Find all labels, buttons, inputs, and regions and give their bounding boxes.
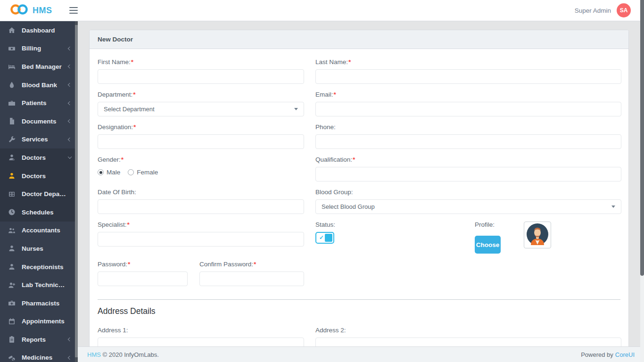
sidebar-scrollbar-thumb[interactable] — [75, 25, 78, 357]
infinity-logo-icon — [9, 3, 29, 17]
choose-file-button[interactable]: Choose — [475, 236, 501, 254]
section-divider — [98, 299, 620, 300]
last-name-label: Last Name:* — [315, 58, 621, 66]
card-header: New Doctor — [90, 30, 628, 49]
specialist-input[interactable] — [98, 232, 304, 247]
first-name-input[interactable] — [98, 69, 304, 84]
sidebar-item-patients[interactable]: Patients — [0, 94, 78, 112]
footer-coreui-link[interactable]: CoreUI — [615, 351, 635, 358]
bed-icon — [8, 63, 16, 70]
file-icon — [8, 117, 16, 125]
sidebar-item-documents[interactable]: Documents — [0, 112, 78, 131]
chevron-left-icon — [68, 138, 72, 141]
password-input[interactable] — [98, 272, 188, 286]
chevron-left-icon — [68, 83, 72, 87]
phone-input[interactable] — [315, 134, 621, 149]
page-scrollbar[interactable] — [640, 0, 644, 362]
check-icon: ✓ — [319, 234, 324, 241]
sidebar-item-accountants[interactable]: Accountants — [0, 222, 78, 240]
briefcase-plus-icon — [8, 299, 16, 307]
chevron-left-icon — [68, 356, 72, 360]
main-content: New Doctor First Name:* Last Name:* Depa… — [78, 21, 644, 362]
email-input[interactable] — [315, 102, 621, 116]
sidebar-item-receptionists[interactable]: Receptionists — [0, 258, 78, 276]
doctor-group-icon — [8, 154, 16, 161]
brand-text: HMS — [33, 6, 52, 16]
pill-icon — [8, 354, 16, 362]
profile-label: Profile: — [475, 221, 524, 228]
user-avatar[interactable]: SA — [617, 3, 631, 17]
banknote-icon — [8, 45, 16, 52]
last-name-input[interactable] — [315, 69, 621, 84]
chevron-left-icon — [68, 101, 72, 105]
confirm-password-input[interactable] — [199, 272, 304, 286]
chevron-down-icon — [68, 155, 72, 159]
new-doctor-card: New Doctor First Name:* Last Name:* Depa… — [89, 30, 629, 362]
sidebar-item-blood-bank[interactable]: Blood Bank — [0, 76, 78, 94]
grid-icon — [8, 190, 16, 198]
page-scrollbar-thumb[interactable] — [640, 0, 644, 276]
sidebar-scrollbar[interactable] — [75, 21, 78, 362]
sidebar-item-billing[interactable]: Billing — [0, 40, 78, 58]
sidebar-item-dashboard[interactable]: Dashboard — [0, 21, 78, 40]
briefcase-icon — [8, 99, 16, 107]
phone-label: Phone: — [315, 123, 621, 131]
top-header: HMS Super Admin SA — [0, 0, 644, 21]
password-label: Password:* — [98, 261, 188, 268]
card-title: New Doctor — [98, 36, 133, 43]
brand-logo[interactable]: HMS — [9, 3, 52, 17]
specialist-label: Specialist:* — [98, 221, 304, 228]
sidebar-item-lab-technicians[interactable]: Lab Technicians — [0, 276, 78, 294]
gender-label: Gender:* — [98, 156, 304, 163]
calendar-icon — [8, 318, 16, 325]
gender-female-radio[interactable]: Female — [128, 169, 158, 176]
home-icon — [8, 26, 16, 34]
confirm-password-label: Confirm Password:* — [199, 261, 304, 268]
gender-male-radio[interactable]: Male — [98, 169, 120, 176]
address2-label: Address 2: — [315, 327, 621, 334]
first-name-label: First Name:* — [98, 58, 304, 66]
designation-input[interactable] — [98, 134, 304, 149]
blood-drop-icon — [8, 81, 16, 89]
doctor-icon-active — [8, 172, 16, 180]
profile-preview — [524, 222, 551, 248]
dob-input[interactable] — [98, 199, 304, 214]
sidebar-item-reports[interactable]: Reports — [0, 330, 78, 349]
sidebar-item-appointments[interactable]: Appointments — [0, 313, 78, 331]
sidebar-group-doctors[interactable]: Doctors — [0, 148, 78, 167]
sidebar-item-medicines[interactable]: Medicines — [0, 349, 78, 362]
chevron-left-icon — [68, 119, 72, 123]
footer-powered-by: Powered by — [581, 351, 613, 358]
chevron-left-icon — [68, 65, 72, 68]
dob-label: Date Of Birth: — [98, 189, 304, 196]
address1-label: Address 1: — [98, 327, 304, 334]
chevron-left-icon — [68, 337, 72, 341]
blood-group-select[interactable]: Select Blood Group — [315, 199, 621, 214]
chevron-left-icon — [68, 47, 72, 50]
sidebar-item-doctor-departments[interactable]: Doctor Departments — [0, 185, 78, 203]
footer-brand-link[interactable]: HMS — [87, 351, 101, 358]
department-select[interactable]: Select Department — [98, 102, 304, 116]
sidebar-item-bed-manager[interactable]: Bed Manager — [0, 58, 78, 76]
sidebar-item-pharmacists[interactable]: Pharmacists — [0, 294, 78, 313]
profile-avatar-image — [526, 223, 549, 247]
designation-label: Designation:* — [98, 123, 304, 131]
status-toggle[interactable]: ✓ — [315, 232, 334, 244]
user-name: Super Admin — [575, 7, 611, 14]
radio-unchecked-icon — [128, 169, 134, 175]
sidebar-item-schedules[interactable]: Schedules — [0, 203, 78, 222]
caret-down-icon — [294, 108, 298, 110]
page-footer: HMS © 2020 InfyOmLabs. Powered by CoreUI — [78, 346, 644, 362]
sidebar-item-doctors[interactable]: Doctors — [0, 167, 78, 185]
sidebar-toggle-button[interactable] — [69, 6, 80, 15]
sidebar-item-nurses[interactable]: Nurses — [0, 239, 78, 258]
qualification-label: Qualification:* — [315, 156, 621, 163]
clipboard-icon — [8, 336, 16, 343]
wrench-icon — [8, 136, 16, 143]
address-details-heading: Address Details — [98, 306, 620, 316]
person-icon — [8, 263, 16, 271]
clock-icon — [8, 208, 16, 216]
email-label: Email:* — [315, 91, 621, 98]
sidebar-item-services[interactable]: Services — [0, 131, 78, 149]
qualification-input[interactable] — [315, 167, 621, 181]
